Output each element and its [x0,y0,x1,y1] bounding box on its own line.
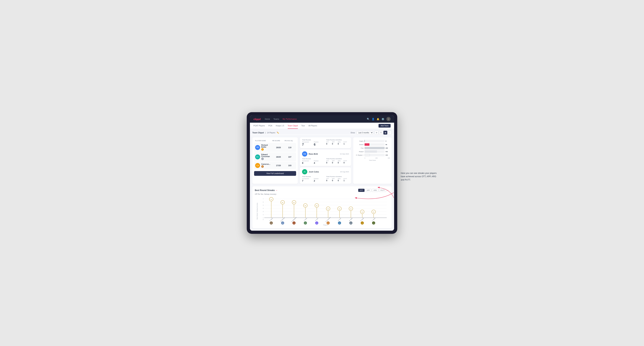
bar-row-birdies: Birdies 96 [355,143,390,146]
svg-text:DF: DF [339,223,340,224]
pb-avg: 110 [284,147,295,149]
svg-text:EE: EE [270,223,272,224]
svg-text:RB: RB [362,223,363,224]
player-row[interactable]: EC Edward Crossman 2 18/20 107 [254,152,296,161]
edit-icon[interactable]: ✏️ [277,132,279,134]
tab-tour[interactable]: Tour [301,123,305,129]
rounds-group: Total Rounds Tournament 7 Practice 2 [302,176,325,182]
bar-track [364,147,385,149]
card-view-button[interactable]: ▦ [384,131,387,135]
player-info: EC Edward Crossman 2 [255,154,272,160]
practice-stat: Practice 6 [314,141,325,147]
svg-text:0: 0 [263,219,264,220]
bar-fill [364,143,370,146]
filter-app[interactable]: APP [365,189,371,192]
bar-track [364,150,385,153]
svg-text:EC: EC [328,223,329,224]
player-card-rees-britt: RB Rees Britt 02 Sep 2023 Total Rounds [300,150,351,166]
filter-arg[interactable]: ARG [372,189,378,192]
filter-view-button[interactable]: ↑ [388,131,392,135]
bar-track [364,140,385,142]
search-icon[interactable]: 🔍 [367,118,370,120]
pb-score: 18/20 [272,156,284,158]
tab-pgat-players[interactable]: PGAT Players [254,123,265,129]
svg-text:7: 7 [263,198,264,199]
tab-pga[interactable]: PGA [268,123,272,129]
streaks-header: Best Round Streaks ← OTT APP ARG PUTT ← [255,189,389,192]
practice-activities-group: Total Practice Activities OTT 0 APP 0 [326,176,349,182]
ott-stat: OTT 0 [326,178,332,181]
filter-buttons: OTT APP ARG PUTT ← [358,189,389,192]
svg-text:C. Quick: C. Quick [372,217,376,222]
arrow-indicator: ← [276,189,278,192]
grid-view-button[interactable]: ⊞ [375,131,378,135]
total-rounds-group: Total Rounds Tournament 7 Practice 6 [302,139,325,147]
player-name: Richard Butler [261,144,272,148]
player-row[interactable]: RB Richard Butler 1 19/20 110 [254,143,296,152]
filter-putt[interactable]: PUTT [379,189,386,192]
nav-items: Home Teams My Performance [265,118,296,120]
svg-text:J. Coles: J. Coles [304,217,307,221]
nav-home[interactable]: Home [265,118,270,120]
leaderboard-header: PLAYER NAME PB SCORE PB AVG SQ [254,139,296,142]
svg-text:3: 3 [263,211,264,212]
silver-badge-icon: 2 [261,158,264,160]
list-view-button[interactable]: ☰ [379,131,383,135]
time-period-select[interactable]: Last 3 months Last 6 months Last year [356,131,373,134]
nav-teams[interactable]: Teams [274,118,279,120]
add-team-button[interactable]: Add Team [378,124,390,128]
arg-stat: ARG 0 [338,141,343,145]
bar-row-pars: Pars 499 [355,147,390,149]
svg-text:7x: 7x [270,199,272,200]
col-player-name: PLAYER NAME [255,140,272,142]
player-card-totals: Total Rounds Tournament 7 Practice 6 [300,137,351,148]
svg-text:2: 2 [263,214,264,215]
team-info-bar: Team Clippd | 14 Players ✏️ Show Last 3 … [252,131,392,135]
chart-x-axis: 0 200 400 [355,157,390,159]
tab-all-players[interactable]: All Players [308,123,317,129]
player-badge: 1 [261,148,272,151]
svg-text:5x: 5x [305,205,306,206]
svg-text:DB: DB [293,223,295,224]
user-icon[interactable]: 👤 [372,118,374,120]
practice-stat: Practice 2 [314,178,325,182]
team-name: Team Clippd [252,132,264,134]
avatar: EC [255,155,260,159]
show-label: Show [350,132,355,134]
top-nav: clippd Home Teams My Performance 🔍 👤 🔔 ⚙… [250,115,394,123]
tab-hcaps[interactable]: Hcaps 1-5 [276,123,284,129]
svg-text:4x: 4x [350,208,352,209]
svg-text:CQ: CQ [373,223,374,224]
avatar[interactable]: U [386,117,390,121]
arg-stat: ARG 0 [338,178,343,181]
col-pb-avg: PB AVG SQ [284,140,295,142]
nav-my-performance[interactable]: My Performance [282,118,297,120]
svg-text:4: 4 [263,208,264,209]
svg-text:4x: 4x [328,208,329,209]
bar-track [364,154,385,156]
player-row[interactable]: CA Cameron... 3 17/20 103 [254,162,296,169]
svg-text:6: 6 [263,201,264,203]
player-name: Cameron... [261,163,270,165]
subtitle-italic: Fairway Accuracy [264,193,276,195]
svg-text:R. Britt: R. Britt [315,218,318,221]
card-date: 02 Sep 2023 [340,153,349,155]
practice-stat: Practice 4 [314,160,325,164]
bottom-section: Best Round Streaks ← OTT APP ARG PUTT ← … [250,186,394,231]
bell-icon[interactable]: 🔔 [376,118,380,120]
player-count: 14 Players [267,132,275,134]
avatar: CA [255,163,260,168]
tab-team-clippd[interactable]: Team Clippd [288,123,298,129]
view-leaderboard-button[interactable]: View Full Leaderboard [254,171,296,176]
avatar: RB [255,145,260,150]
practice-activities-group: Total Practice Activities OTT 0 APP 0 [326,158,349,164]
rounds-group: Total Rounds Tournament 8 Practice 4 [302,158,325,164]
player-cards-panel: Total Rounds Tournament 7 Practice 6 [300,137,351,184]
svg-text:RB: RB [316,223,318,224]
svg-text:5x: 5x [316,205,318,206]
svg-text:6x: 6x [293,202,295,203]
settings-icon[interactable]: ⚙️ [382,118,384,120]
app-stat: APP 0 [332,178,338,181]
filter-ott[interactable]: OTT [358,189,364,192]
card-player-name: Rees Britt [309,153,318,155]
